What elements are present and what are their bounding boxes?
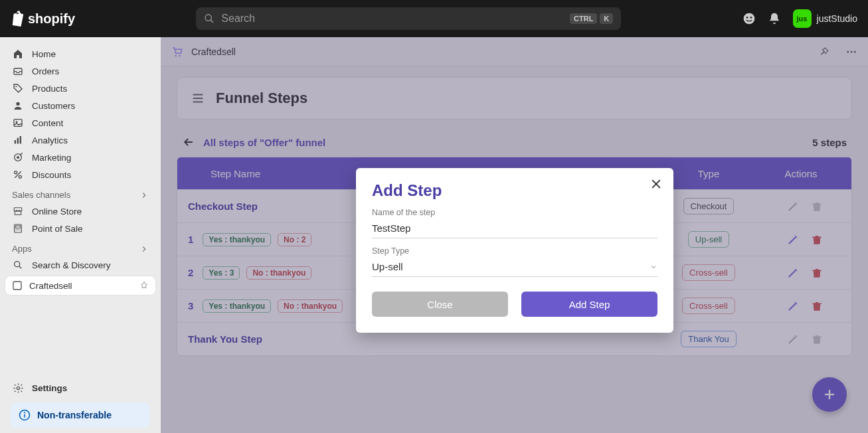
svg-point-2 (743, 13, 754, 25)
sales-channels-header[interactable]: Sales channels (5, 183, 155, 203)
svg-point-9 (16, 121, 18, 123)
target-icon (12, 152, 24, 163)
svg-point-22 (17, 229, 18, 230)
step-name-label: Name of the step (372, 208, 657, 217)
chevron-right-icon (139, 191, 149, 200)
topbar: shopify Search CTRL K jus justStudio (0, 0, 868, 37)
step-type-select[interactable]: Up-sell (372, 257, 657, 277)
home-icon (12, 48, 24, 59)
sidebar-app-search-&-discovery[interactable]: Search & Discovery (5, 256, 155, 274)
chevron-right-icon (139, 244, 149, 254)
add-step-button[interactable]: Add Step (521, 292, 657, 317)
sidebar-nav-discounts[interactable]: Discounts (5, 166, 155, 183)
pos-icon (12, 223, 24, 234)
svg-rect-18 (15, 211, 21, 215)
sidebar-channel-online-store[interactable]: Online Store (5, 203, 155, 220)
svg-point-4 (750, 17, 752, 19)
sidebar-nav-marketing[interactable]: Marketing (5, 149, 155, 166)
bell-icon[interactable] (768, 12, 781, 25)
svg-point-14 (17, 156, 19, 159)
app-icon (12, 280, 23, 291)
search-shortcut: CTRL K (570, 13, 613, 24)
store-icon (12, 206, 24, 217)
sidebar-channel-point-of-sale[interactable]: Point of Sale (5, 220, 155, 237)
svg-rect-11 (17, 138, 19, 144)
step-type-label: Step Type (372, 246, 657, 256)
chart-icon (12, 135, 24, 145)
svg-line-17 (15, 171, 21, 177)
user-name: justStudio (817, 13, 857, 24)
sidebar: HomeOrdersProductsCustomersContentAnalyt… (0, 37, 161, 433)
shopify-bag-icon (11, 11, 25, 27)
sidebar-nav-products[interactable]: Products (5, 80, 155, 97)
apps-header[interactable]: Apps (5, 237, 155, 256)
search-icon (12, 260, 24, 270)
svg-rect-12 (20, 136, 21, 143)
svg-line-1 (211, 20, 213, 23)
svg-rect-10 (15, 140, 16, 143)
user-menu[interactable]: jus justStudio (793, 9, 857, 28)
svg-point-15 (15, 171, 17, 174)
sidebar-nav-analytics[interactable]: Analytics (5, 131, 155, 149)
brand-logo[interactable]: shopify (11, 11, 75, 27)
chevron-down-icon (650, 263, 657, 271)
svg-point-16 (19, 175, 21, 178)
image-icon (12, 118, 24, 128)
svg-rect-8 (14, 120, 22, 127)
svg-point-3 (746, 17, 748, 19)
sidebar-settings[interactable]: Settings (5, 371, 155, 397)
svg-line-25 (19, 266, 21, 268)
svg-rect-26 (13, 282, 21, 290)
person-icon (12, 100, 24, 111)
svg-rect-20 (16, 226, 21, 228)
kbd-ctrl: CTRL (570, 13, 597, 24)
sidebar-pinned-app[interactable]: Craftedsell (5, 276, 155, 295)
close-icon (650, 177, 663, 191)
kbd-k: K (600, 13, 613, 24)
pin-icon (139, 281, 149, 290)
admin-icon[interactable] (742, 12, 756, 25)
brand-text: shopify (28, 11, 75, 27)
search-placeholder: Search (221, 13, 255, 25)
inbox-icon (12, 66, 24, 76)
topbar-right: jus justStudio (742, 9, 857, 28)
modal-close-button[interactable] (650, 177, 663, 191)
svg-point-30 (24, 412, 25, 413)
info-icon (19, 409, 31, 421)
svg-point-23 (19, 229, 20, 230)
svg-point-27 (17, 387, 19, 389)
percent-icon (12, 169, 24, 180)
svg-point-7 (16, 102, 19, 106)
search-icon (204, 13, 215, 24)
search-container: Search CTRL K (75, 7, 742, 30)
sidebar-nav-home[interactable]: Home (5, 45, 155, 62)
svg-point-6 (15, 86, 17, 87)
avatar: jus (793, 9, 812, 28)
svg-point-24 (15, 262, 20, 267)
modal-title: Add Step (372, 181, 657, 200)
tag-icon (12, 83, 24, 94)
sidebar-nav-customers[interactable]: Customers (5, 97, 155, 114)
svg-point-0 (205, 15, 211, 21)
modal-actions: Close Add Step (372, 292, 657, 317)
search-input[interactable]: Search CTRL K (196, 7, 621, 30)
close-button[interactable]: Close (372, 292, 508, 317)
sidebar-nav-content[interactable]: Content (5, 114, 155, 131)
sidebar-nav-orders[interactable]: Orders (5, 62, 155, 80)
step-name-input[interactable] (372, 218, 657, 238)
gear-icon (12, 383, 24, 394)
add-step-modal: Add Step Name of the step Step Type Up-s… (356, 168, 673, 333)
svg-point-21 (16, 229, 17, 230)
non-transferable-banner[interactable]: Non-transferable (11, 402, 150, 428)
